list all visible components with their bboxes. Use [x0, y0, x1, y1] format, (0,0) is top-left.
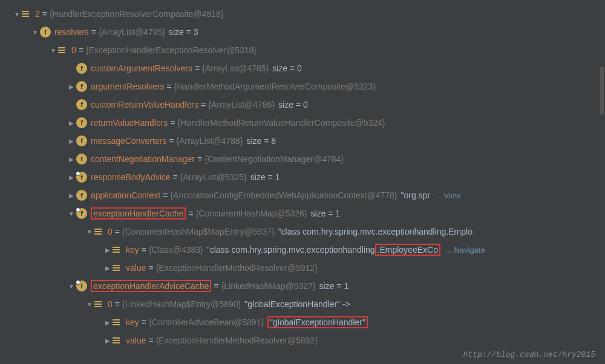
- expand-icon[interactable]: ▼: [67, 209, 76, 218]
- var-extra: size = 1: [250, 172, 280, 182]
- var-value: {ArrayList@4786}: [208, 100, 275, 109]
- tree-row-ehac-0[interactable]: ▼ 0 = {LinkedHashMap$Entry@5890} "global…: [0, 295, 605, 313]
- tree-row-item0[interactable]: ▼ 0 = {ExceptionHandlerExceptionResolver…: [0, 41, 605, 59]
- tree-row-ehc-0[interactable]: ▼ 0 = {ConcurrentHashMap$MapEntry@5937} …: [0, 223, 605, 241]
- tree-row-exceptionHandlerCache[interactable]: ▼ f exceptionHandlerCache = {ConcurrentH…: [0, 204, 605, 223]
- collapse-icon[interactable]: ▶: [103, 317, 113, 327]
- tree-row-applicationContext[interactable]: ▶ f applicationContext = {AnnotationConf…: [0, 186, 605, 204]
- tree-row-exceptionHandlerAdviceCache[interactable]: ▼ f exceptionHandlerAdviceCache = {Linke…: [0, 277, 605, 295]
- expand-icon[interactable]: ▼: [67, 281, 76, 291]
- field-icon: f: [40, 27, 51, 37]
- equals: =: [115, 227, 120, 236]
- var-value: {HandlerExceptionResolverComposite@4818}: [50, 9, 223, 19]
- var-string: "class com.hry.spring.mvc.exceptionhandl…: [207, 245, 375, 255]
- var-string: "org.spr: [401, 190, 430, 200]
- expand-icon[interactable]: ▼: [48, 45, 58, 55]
- scrollbar-thumb[interactable]: [600, 67, 604, 115]
- equals: =: [214, 281, 218, 291]
- var-extra: size = 8: [246, 136, 276, 146]
- tree-row-ehc-key[interactable]: ▶ key = {Class@4383} "class com.hry.spri…: [0, 241, 605, 259]
- equals: =: [173, 172, 178, 182]
- debug-variables-tree[interactable]: ▼ 2 = {HandlerExceptionResolverComposite…: [0, 0, 605, 354]
- list-icon: [94, 227, 104, 236]
- tree-row-returnValueHandlers[interactable]: ▶ f returnValueHandlers = {HandlerMethod…: [0, 114, 605, 132]
- var-value: {LinkedHashMap$Entry@5890}: [122, 299, 241, 309]
- var-name-highlighted: exceptionHandlerCache: [91, 207, 186, 219]
- equals: =: [188, 209, 193, 218]
- tree-row-responseBodyAdvice[interactable]: ▶ f responseBodyAdvice = {ArrayList@5325…: [0, 168, 605, 186]
- var-extra: size = 3: [169, 27, 198, 37]
- expand-icon[interactable]: ▼: [12, 9, 22, 19]
- tree-row-resolvers[interactable]: ▼ f resolvers = {ArrayList@4795} size = …: [0, 23, 605, 41]
- var-name: 0: [108, 299, 113, 309]
- tree-row-customArgumentResolvers[interactable]: f customArgumentResolvers = {ArrayList@4…: [0, 59, 605, 77]
- navigate-link[interactable]: ... Navigate: [445, 245, 485, 255]
- field-icon: f: [76, 135, 87, 146]
- var-string-highlighted: .EmployeeExCo: [375, 244, 440, 256]
- var-value: {ArrayList@4785}: [202, 63, 269, 73]
- expand-icon[interactable]: ▼: [30, 27, 40, 37]
- equals: =: [195, 63, 200, 73]
- var-value: {AnnotationConfigEmbeddedWebApplicationC…: [170, 190, 397, 200]
- collapse-icon[interactable]: ▶: [103, 245, 113, 255]
- tree-row-ehac-key[interactable]: ▶ key = {ControllerAdviceBean@5891} "glo…: [0, 313, 605, 331]
- field-icon: f: [76, 81, 87, 92]
- var-name: key: [126, 245, 139, 255]
- field-icon: f: [76, 154, 87, 164]
- equals: =: [163, 190, 168, 200]
- var-extra: size = 1: [311, 209, 341, 218]
- equals: =: [166, 82, 171, 91]
- var-string-highlighted: "globalExceptionHandler": [267, 316, 368, 328]
- var-value: {LinkedHashMap@5327}: [221, 281, 316, 291]
- equals: =: [79, 45, 83, 55]
- var-value: {ArrayList@4795}: [99, 27, 165, 37]
- tree-row-ehc-value[interactable]: ▶ value = {ExceptionHandlerMethodResolve…: [0, 259, 605, 277]
- var-value: {ExceptionHandlerMethodResolver@5892}: [156, 336, 318, 345]
- var-string: "class com.hry.spring.mvc.exceptionhandl…: [278, 227, 473, 236]
- tree-row-argumentResolvers[interactable]: ▶ f argumentResolvers = {HandlerMethodAr…: [0, 77, 605, 96]
- var-name: applicationContext: [91, 190, 160, 200]
- var-name: messageConverters: [91, 136, 166, 146]
- field-icon: f: [76, 63, 87, 74]
- var-value: {HandlerMethodArgumentResolverComposite@…: [174, 82, 376, 91]
- collapse-icon[interactable]: ▶: [67, 172, 76, 182]
- tree-row-ehac-value[interactable]: ▶ value = {ExceptionHandlerMethodResolve…: [0, 331, 605, 349]
- collapse-icon[interactable]: ▶: [67, 154, 76, 164]
- var-name: value: [126, 336, 146, 345]
- list-icon: [113, 245, 122, 255]
- var-value: {ConcurrentHashMap@5326}: [196, 209, 307, 218]
- var-name: returnValueHandlers: [91, 118, 168, 128]
- tree-row-contentNegotiationManager[interactable]: ▶ f contentNegotiationManager = {Content…: [0, 150, 605, 168]
- collapse-icon[interactable]: ▶: [103, 336, 113, 345]
- collapse-icon[interactable]: ▶: [103, 263, 113, 273]
- equals: =: [148, 336, 153, 345]
- collapse-icon[interactable]: ▶: [67, 136, 76, 146]
- var-name: resolvers: [54, 27, 89, 37]
- var-value: {ExceptionHandlerExceptionResolver@5318}: [86, 45, 257, 55]
- collapse-icon[interactable]: ▶: [67, 118, 76, 128]
- expand-icon[interactable]: ▼: [85, 227, 94, 236]
- var-value: {ArrayList@4788}: [176, 136, 243, 146]
- expand-icon[interactable]: ▼: [85, 299, 94, 309]
- var-name: argumentResolvers: [91, 82, 164, 91]
- var-extra: size = 0: [272, 63, 302, 73]
- equals: =: [197, 154, 202, 164]
- field-icon: f: [76, 99, 87, 110]
- list-icon: [94, 299, 104, 309]
- tree-row-customReturnValueHandlers[interactable]: f customReturnValueHandlers = {ArrayList…: [0, 96, 605, 114]
- equals: =: [148, 263, 153, 273]
- collapse-icon[interactable]: ▶: [67, 190, 76, 200]
- collapse-icon[interactable]: ▶: [67, 82, 76, 91]
- equals: =: [91, 27, 96, 37]
- field-icon: f: [76, 117, 87, 128]
- view-link[interactable]: ... View: [435, 191, 460, 200]
- var-string: "globalExceptionHandler" ->: [244, 299, 350, 309]
- var-extra: size = 1: [319, 281, 349, 291]
- list-icon: [113, 336, 122, 345]
- var-name: customArgumentResolvers: [91, 63, 192, 73]
- var-name-highlighted: exceptionHandlerAdviceCache: [91, 280, 211, 292]
- var-value: {HandlerMethodReturnValueHandlerComposit…: [178, 118, 385, 128]
- tree-row-root[interactable]: ▼ 2 = {HandlerExceptionResolverComposite…: [0, 5, 605, 23]
- tree-row-messageConverters[interactable]: ▶ f messageConverters = {ArrayList@4788}…: [0, 132, 605, 150]
- list-icon: [22, 9, 31, 19]
